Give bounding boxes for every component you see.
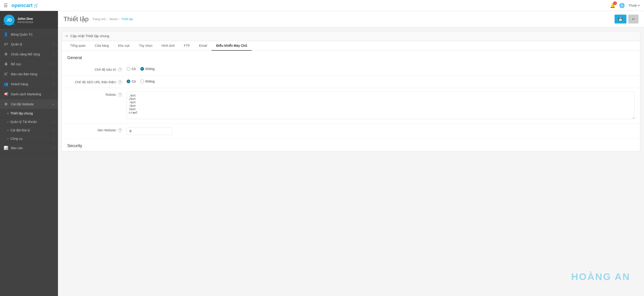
robots-field: .bot /bot -bot :bot (bot crawl [127, 92, 635, 120]
edit-icon: ✏ [66, 34, 68, 38]
tab-tuy-chon[interactable]: Tùy chọn [134, 41, 157, 51]
maintenance-co-radio[interactable] [127, 67, 130, 71]
sidebar-item-quan-ly[interactable]: 🏷 Quản lý › [0, 39, 58, 49]
main-layout: JD John Doe Administrator 👤 Bảng Quản Tr… [0, 11, 644, 296]
maintenance-help-icon[interactable]: ? [118, 67, 122, 72]
sidebar-sub-quan-ly-tai-khoan[interactable]: » Quản lý Tài khoản › [0, 118, 58, 126]
tab-khu-vuc[interactable]: Khu vực [114, 41, 134, 51]
robots-textarea[interactable]: .bot /bot -bot :bot (bot crawl [127, 92, 635, 119]
chevron-right-icon: › [54, 62, 54, 66]
logo-cart-icon: 🛒 [34, 3, 38, 8]
sidebar-sub-item-label: Quản lý Tài khoản [10, 120, 37, 124]
sidebar-item-bo-cuc[interactable]: 🖥 Bố cục › [0, 59, 58, 69]
maintenance-co-option[interactable]: Có [127, 67, 136, 71]
maintenance-khong-option[interactable]: Không [140, 67, 154, 71]
user-role: Administrator [17, 20, 34, 24]
chevron-right-icon: › [54, 72, 54, 76]
breadcrumb-sep-1: / [107, 17, 108, 21]
sub-arrow-icon: » [7, 112, 9, 115]
sub-arrow-icon: » [7, 121, 9, 123]
breadcrumb-current[interactable]: Thiết lập [122, 17, 133, 21]
sidebar-item-bao-cao[interactable]: 📊 Báo cáo › [0, 143, 58, 153]
chevron-right-icon: › [54, 146, 54, 150]
page-title: Thiết lập [64, 15, 88, 23]
maintenance-khong-label: Không [145, 67, 154, 71]
sidebar-item-cai-dat[interactable]: ⚙ Cài đặt Website ∨ [0, 99, 58, 109]
sidebar-item-label: Báo cáo Bán hàng [11, 72, 37, 76]
form-content: General Chế độ bảo trì: ? Có [62, 51, 640, 151]
robots-label: Robots: ? [67, 92, 127, 97]
tab-dieu-khien-may-chu[interactable]: Điều khiển Máy Chủ [212, 41, 252, 51]
logo: opencart 🛒 [12, 2, 38, 8]
seo-label: Chế độ SEO URL thân thiện: ? [67, 79, 127, 84]
user-info: John Doe Administrator [17, 17, 34, 24]
sidebar-item-label: Chức năng Mở rộng [11, 52, 40, 56]
seo-co-radio[interactable] [127, 80, 130, 83]
tab-cua-hang[interactable]: Cửa hàng [90, 41, 114, 51]
cai-dat-icon: ⚙ [4, 102, 8, 106]
card-body: Tổng quan Cửa hàng Khu vực Tùy chọn Hình… [62, 41, 640, 151]
seo-help-icon[interactable]: ? [118, 80, 122, 84]
tab-bar: Tổng quan Cửa hàng Khu vực Tùy chọn Hình… [62, 41, 640, 51]
chuc-nang-icon: ⚙ [4, 52, 8, 56]
content-area: Thiết lập Trang chủ / Stores / Thiết lập… [58, 11, 644, 296]
sidebar-item-label: Danh sách Marketing [11, 92, 41, 96]
sidebar-item-label: Bố cục [11, 62, 21, 66]
sidebar-item-chuc-nang[interactable]: ⚙ Chức năng Mở rộng › [0, 49, 58, 59]
globe-icon[interactable]: 🌐 [619, 3, 625, 8]
sidebar-sub-thiet-lap-chung[interactable]: » Thiết lập chung [0, 109, 58, 118]
seo-field: Có Không [127, 79, 635, 83]
sidebar-item-label: Khách hàng [11, 82, 28, 86]
compress-help-icon[interactable]: ? [118, 128, 122, 132]
maintenance-field: Có Không [127, 67, 635, 71]
sidebar-item-marketing[interactable]: 📢 Danh sách Marketing › [0, 89, 58, 99]
quan-ly-icon: 🏷 [4, 42, 8, 46]
maintenance-khong-radio[interactable] [140, 67, 144, 71]
sidebar-sub-item-label: Thiết lập chung [10, 111, 33, 115]
robots-help-icon[interactable]: ? [118, 93, 122, 97]
hamburger-icon[interactable]: ☰ [4, 3, 8, 8]
page-header: Thiết lập Trang chủ / Stores / Thiết lập… [58, 11, 644, 27]
seo-co-option[interactable]: Có [127, 80, 136, 83]
sidebar-item-dashboard[interactable]: 👤 Bảng Quản Trị [0, 29, 58, 39]
seo-khong-radio[interactable] [140, 80, 144, 83]
navbar-right: 🔔 1 🌐 Thoát ↵ [610, 3, 640, 8]
breadcrumb: Trang chủ / Stores / Thiết lập [92, 17, 133, 21]
compress-input[interactable] [127, 127, 172, 135]
sidebar-item-label: Bảng Quản Trị [11, 33, 32, 36]
tab-hinh-anh[interactable]: Hình ảnh [157, 41, 179, 51]
logout-button[interactable]: Thoát ↵ [628, 4, 640, 7]
sidebar-item-bao-cao-ban-hang[interactable]: 🛒 Báo cáo Bán hàng › [0, 69, 58, 79]
sidebar-item-label: Quản lý [11, 42, 22, 46]
breadcrumb-stores[interactable]: Stores [109, 17, 118, 21]
sidebar-item-label: Báo cáo [11, 146, 22, 150]
sidebar-sub-cong-cu[interactable]: » Công cụ › [0, 135, 58, 143]
seo-row: Chế độ SEO URL thân thiện: ? Có [62, 75, 640, 88]
breadcrumb-sep-2: / [119, 17, 120, 21]
marketing-icon: 📢 [4, 92, 8, 96]
tab-tong-quan[interactable]: Tổng quan [66, 41, 90, 51]
bell-icon[interactable]: 🔔 1 [610, 3, 616, 8]
section-general-title: General [62, 51, 640, 63]
back-button[interactable]: ↩ [628, 14, 638, 23]
settings-card: ✏ Cập nhật Thiết lập chung Tổng quan Cửa… [62, 31, 640, 151]
sidebar-item-khach-hang[interactable]: 👥 Khách hàng › [0, 79, 58, 89]
seo-radio-group: Có Không [127, 79, 635, 83]
tab-ftp[interactable]: FTP [179, 41, 194, 51]
navbar-left: ☰ opencart 🛒 [4, 2, 38, 8]
page-header-left: Thiết lập Trang chủ / Stores / Thiết lập [64, 15, 133, 23]
maintenance-label: Chế độ bảo trì: ? [67, 67, 127, 72]
maintenance-radio-group: Có Không [127, 67, 635, 71]
bao-cao-ban-hang-icon: 🛒 [4, 72, 8, 76]
section-security-title: Security [62, 139, 640, 151]
chevron-right-icon: › [54, 82, 54, 86]
save-button[interactable]: 💾 [614, 14, 626, 23]
dashboard-icon: 👤 [4, 32, 8, 36]
sidebar-sub-cai-dat-dia-ly[interactable]: » Cài đặt Địa lý › [0, 126, 58, 135]
compress-field [127, 127, 635, 135]
seo-khong-label: Không [145, 80, 154, 83]
seo-khong-option[interactable]: Không [140, 80, 154, 83]
tab-email[interactable]: Email [194, 41, 212, 51]
chevron-right-icon: › [54, 137, 54, 140]
breadcrumb-home[interactable]: Trang chủ [92, 17, 106, 21]
